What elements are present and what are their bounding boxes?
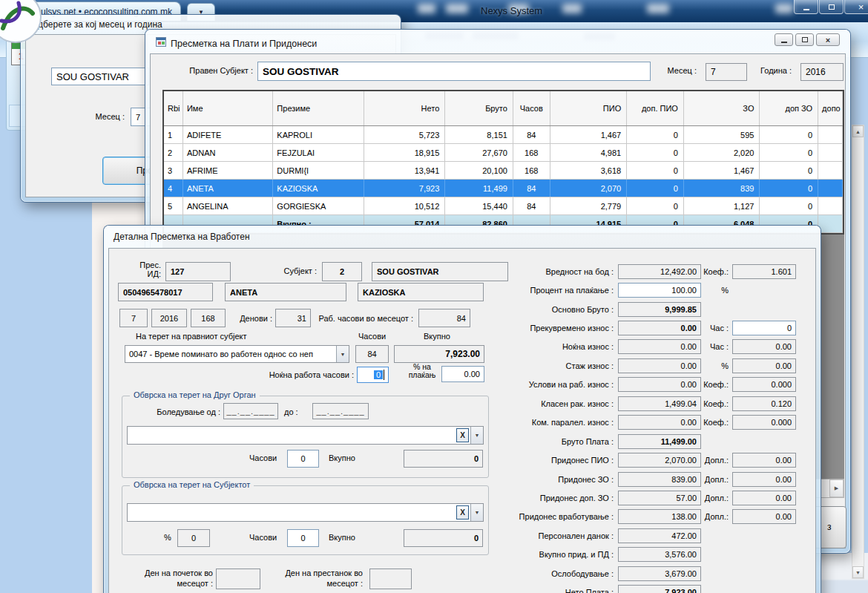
table-row[interactable]: 3AFRIMEDURMI{I13,94120,1001683,61801,467…	[164, 162, 843, 180]
column-header[interactable]: допо	[818, 91, 843, 125]
column-header[interactable]: доп ЗО	[760, 91, 818, 125]
table-cell: AFRIME	[183, 162, 273, 179]
minimize-button[interactable]	[775, 33, 793, 46]
field-value: 3,679.00	[618, 566, 701, 581]
table-cell: GORGIESKA	[273, 197, 364, 214]
restore-button[interactable]	[819, 0, 844, 14]
work-type-dropdown[interactable]: 0047 - Време поминато во работен однос с…	[125, 345, 349, 363]
hours-header: Часови	[358, 332, 386, 341]
table-row[interactable]: 1ADIFETEKAPROLI5,7238,151841,46705950	[164, 126, 843, 144]
extra-label: Допл.:	[701, 494, 732, 502]
field-value: 839.00	[618, 472, 701, 487]
table-cell: 1,127	[684, 197, 760, 214]
column-header[interactable]: доп. ПИО	[627, 91, 684, 125]
column-header[interactable]: Име	[183, 91, 273, 125]
field-label: Вредност на бод :	[516, 267, 618, 276]
sick-to-input[interactable]: __.__.____	[312, 403, 369, 419]
glass-reflection	[775, 4, 793, 13]
table-cell: FEJZULAI	[273, 144, 364, 161]
extra-value: 1.601	[732, 264, 796, 279]
minimize-button[interactable]	[794, 0, 818, 14]
table-cell: 5	[164, 197, 183, 214]
detail-field-row: Ослободување :3,679.00	[516, 564, 806, 583]
table-cell: 4	[164, 180, 183, 197]
extra-label: Допл.:	[701, 475, 732, 484]
chevron-down-icon[interactable]: ▼	[470, 504, 483, 521]
extra-label: Коеф.:	[701, 380, 732, 389]
clear-icon[interactable]: X	[456, 428, 469, 442]
field-value: 2,070.00	[618, 453, 701, 468]
dialog-title[interactable]: Одберете за кој месец и година	[31, 19, 162, 30]
field-label: Прекувремено износ :	[516, 324, 618, 332]
extra-value: 0.000	[732, 377, 796, 392]
table-cell	[818, 180, 843, 197]
column-header[interactable]: Нето	[364, 91, 446, 125]
restore-button[interactable]	[795, 33, 814, 46]
table-cell: 168	[513, 162, 550, 179]
vertical-scrollbar[interactable]: ▲ ▼	[852, 125, 864, 579]
field-value: 0.00	[618, 377, 701, 392]
column-header[interactable]: Rbi	[164, 91, 183, 125]
table-row[interactable]: 4ANETAKAZIOSKA7,92311,499842,07008390	[164, 180, 843, 197]
chevron-down-icon[interactable]: ▼	[470, 427, 483, 444]
close-icon[interactable]: ×	[816, 33, 840, 46]
extra-value: 0.000	[732, 415, 796, 430]
payroll-window-title[interactable]: Пресметка на Плати и Придонеси	[171, 39, 317, 49]
field-label: Основно Бруто :	[516, 305, 618, 314]
end-day-field[interactable]	[369, 569, 412, 589]
field-value[interactable]: 100.00	[618, 283, 701, 298]
work-type-value: 0047 - Време поминато во работен однос с…	[125, 350, 336, 358]
field-label: Бруто Плата :	[516, 437, 618, 446]
scroll-right-icon[interactable]: ▶	[829, 479, 844, 497]
clear-icon[interactable]: X	[456, 505, 469, 520]
table-cell: KAZIOSKA	[273, 180, 364, 197]
detail-window-title[interactable]: Детална Пресметка на Вработен	[114, 232, 250, 242]
type-total-field: 7,923.00	[394, 345, 484, 363]
detail-field-row: Придонес вработување :138.00Допл.:0.00	[516, 508, 806, 526]
night-pct-input[interactable]: 0.00	[441, 366, 484, 382]
field-label: Стаж износ :	[516, 361, 618, 370]
extra-label: Час :	[701, 342, 732, 351]
total-header: Вкупно	[424, 332, 450, 341]
total-field: 0	[404, 450, 483, 468]
group-title: Обврска на терет на Друг Орган	[130, 390, 260, 399]
start-day-field[interactable]	[216, 569, 260, 589]
table-cell	[818, 126, 843, 143]
hours-input[interactable]: 0	[287, 450, 319, 468]
field-value: 0.00	[618, 358, 701, 373]
detail-field-row: Придонес ЗО :839.00Допл.:0.00	[516, 470, 806, 488]
chevron-down-icon[interactable]: ▼	[336, 346, 349, 362]
close-icon[interactable]: ×	[844, 0, 868, 14]
table-row[interactable]: 5ANGELINAGORGIESKA10,51215,440842,77901,…	[164, 197, 843, 215]
column-header[interactable]: Презиме	[273, 91, 364, 125]
field-value: 12,492.00	[618, 264, 701, 279]
night-hours-input[interactable]: 0	[357, 367, 389, 383]
company-field[interactable]: SOU GOSTIVAR	[51, 68, 149, 85]
table-cell: 3	[164, 162, 183, 179]
table-cell: 0	[627, 144, 684, 161]
table-cell	[818, 162, 843, 179]
other-organ-dropdown[interactable]: X ▼	[127, 426, 484, 445]
column-header[interactable]: ПИО	[550, 91, 628, 125]
subject-field[interactable]: SOU GOSTIVAR	[257, 62, 651, 81]
extra-value[interactable]: 0	[732, 321, 796, 335]
first-name-field: ANETA	[225, 283, 346, 301]
table-row[interactable]: 2ADNANFEJZULAI18,91527,6701684,98102,020…	[164, 144, 843, 162]
table-cell: 3,618	[550, 162, 628, 179]
scroll-down-icon[interactable]: ▼	[852, 566, 864, 578]
column-header[interactable]: Часов	[513, 91, 550, 125]
extra-label: %	[701, 286, 732, 295]
column-header[interactable]: ЗО	[684, 91, 760, 125]
table-cell: 595	[684, 126, 760, 143]
field-value: 0.00	[618, 321, 701, 335]
field-value: 3,576.00	[618, 547, 701, 562]
table-cell	[818, 215, 843, 232]
detail-field-row: Ноќна износ :0.00Час :0.00	[516, 338, 806, 356]
scroll-up-icon[interactable]: ▲	[852, 125, 864, 137]
subject-burden-dropdown[interactable]: X ▼	[127, 503, 484, 522]
sick-from-input[interactable]: __.__.____	[223, 403, 278, 419]
column-header[interactable]: Бруто	[445, 91, 513, 125]
hours-input[interactable]: 0	[287, 529, 319, 547]
table-cell: 7,923	[364, 180, 446, 197]
month-field: 7	[706, 63, 747, 81]
